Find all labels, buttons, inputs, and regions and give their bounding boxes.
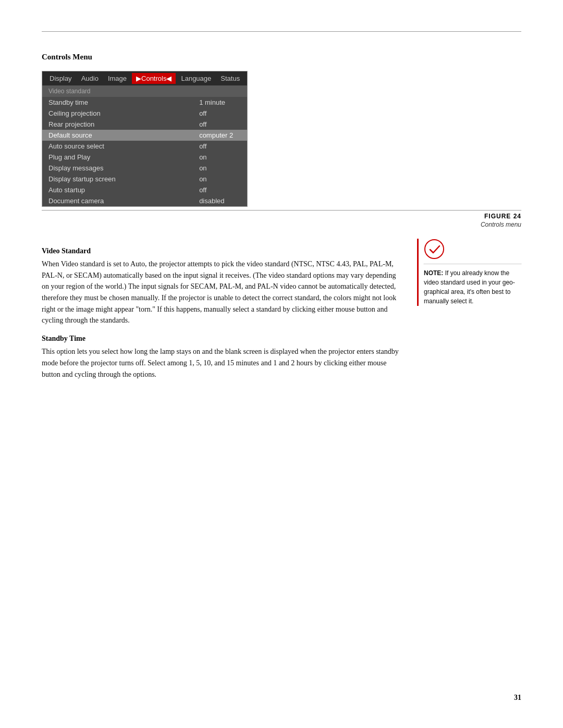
standby-time-section: Standby Time This option lets you select… (42, 335, 401, 380)
video-standard-body: When Video standard is set to Auto, the … (42, 258, 401, 326)
dropdown-row-auto-startup[interactable]: Auto startup off (42, 184, 247, 195)
dropdown-row-rear[interactable]: Rear projection off (42, 119, 247, 130)
note-dotted-line (424, 264, 521, 264)
page-container: Controls Menu Display Audio Image ▶Contr… (0, 0, 563, 728)
menu-item-image[interactable]: Image (104, 73, 131, 84)
top-rule (42, 31, 521, 32)
dropdown-row-display-messages[interactable]: Display messages on (42, 163, 247, 174)
menu-item-display[interactable]: Display (45, 73, 76, 84)
dropdown-panel: Video standard Standby time 1 minute Cei… (42, 85, 247, 206)
dropdown-row-document-camera[interactable]: Document camera disabled (42, 195, 247, 206)
note-text: NOTE: If you already know the video stan… (424, 268, 521, 306)
dropdown-row-startup-screen[interactable]: Display startup screen on (42, 174, 247, 184)
svg-point-0 (425, 240, 444, 258)
figure-label: Figure 24 (484, 213, 521, 220)
left-column: Video Standard When Video standard is se… (42, 239, 401, 380)
main-content: Video Standard When Video standard is se… (42, 239, 521, 380)
menu-item-status[interactable]: Status (216, 73, 244, 84)
section-heading: Controls Menu (42, 53, 521, 61)
menu-bar: Display Audio Image ▶Controls◀ Language … (42, 71, 247, 85)
note-box: NOTE: If you already know the video stan… (417, 239, 521, 306)
right-column: NOTE: If you already know the video stan… (417, 239, 521, 380)
menu-item-audio[interactable]: Audio (77, 73, 103, 84)
menu-item-language[interactable]: Language (177, 73, 215, 84)
dropdown-header: Video standard (42, 85, 247, 97)
standby-time-body: This option lets you select how long the… (42, 346, 401, 380)
note-bold: NOTE: (424, 269, 443, 277)
dropdown-row-standby[interactable]: Standby time 1 minute (42, 97, 247, 108)
video-standard-heading: Video Standard (42, 247, 401, 255)
standby-time-heading: Standby Time (42, 335, 401, 343)
dropdown-row-auto-source[interactable]: Auto source select off (42, 141, 247, 152)
menu-item-controls[interactable]: ▶Controls◀ (132, 73, 176, 84)
page-number: 31 (514, 694, 521, 702)
figure-caption: Controls menu (481, 221, 521, 228)
menu-screenshot: Display Audio Image ▶Controls◀ Language … (42, 71, 248, 207)
dropdown-row-plug-play[interactable]: Plug and Play on (42, 152, 247, 163)
note-icon (424, 239, 445, 260)
video-standard-section: Video Standard When Video standard is se… (42, 247, 401, 326)
dropdown-row-ceiling[interactable]: Ceiling projection off (42, 108, 247, 119)
figure-area: Figure 24 Controls menu (42, 210, 521, 228)
controls-section: Controls Menu Display Audio Image ▶Contr… (42, 53, 521, 228)
figure-rule (42, 210, 521, 211)
dropdown-row-default-source[interactable]: Default source computer 2 (42, 130, 247, 141)
